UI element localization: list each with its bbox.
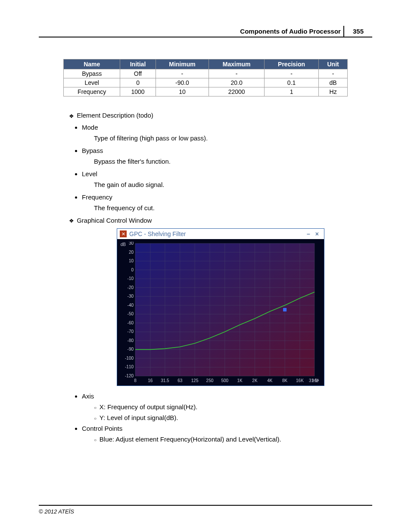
svg-text:0: 0 (131, 268, 134, 272)
svg-text:-50: -50 (128, 311, 134, 316)
svg-text:31.5: 31.5 (161, 378, 169, 383)
svg-text:16K: 16K (296, 378, 304, 383)
table-cell: Off (120, 69, 156, 78)
svg-text:-70: -70 (128, 329, 134, 334)
svg-text:8: 8 (134, 378, 137, 383)
table-cell: 0 (120, 78, 156, 87)
table-header: Name (64, 59, 120, 69)
table-cell: Level (64, 78, 120, 87)
table-cell: 10 (156, 87, 209, 96)
section-title: Element Description (todo) (77, 112, 153, 119)
svg-text:4K: 4K (267, 378, 273, 383)
svg-rect-62 (283, 308, 286, 311)
app-icon: ✕ (120, 230, 127, 237)
svg-text:dB: dB (121, 242, 126, 247)
section-element-description: ❖ Element Description (todo) (69, 112, 372, 119)
axis-item: X: Frequency of output signal(Hz). (94, 403, 372, 411)
svg-text:10: 10 (129, 258, 134, 263)
gpc-window: ✕ GPC - Shelving Filter – × 3020100-10-2… (117, 228, 324, 386)
item-name: Mode (82, 124, 98, 131)
table-header: Initial (120, 59, 156, 69)
svg-text:125: 125 (191, 378, 199, 383)
svg-text:500: 500 (221, 378, 228, 383)
section-graphical-control: ❖ Graphical Control Window (69, 217, 372, 224)
table-header: Precision (265, 59, 319, 69)
minimize-button[interactable]: – (304, 230, 313, 237)
table-cell: 1000 (120, 87, 156, 96)
desc-item: FrequencyThe frequency of cut. (82, 193, 372, 212)
desc-item: BypassBypass the filter's function. (82, 147, 372, 165)
svg-text:20: 20 (129, 250, 134, 255)
table-cell: 20.0 (209, 78, 265, 87)
svg-text:-80: -80 (128, 338, 134, 343)
axis-item: Y: Level of input signal(dB). (94, 414, 372, 421)
svg-text:250: 250 (206, 378, 214, 383)
svg-text:-60: -60 (128, 320, 134, 325)
item-name: Level (82, 170, 97, 177)
svg-text:-40: -40 (128, 303, 134, 308)
parameter-table: NameInitialMinimumMaximumPrecisionUnit B… (63, 59, 348, 96)
desc-item: LevelThe gain of audio signal. (82, 170, 372, 188)
table-cell: 0.1 (265, 78, 319, 87)
table-cell: Hz (319, 87, 348, 96)
gpc-titlebar: ✕ GPC - Shelving Filter – × (117, 229, 324, 239)
svg-text:30: 30 (129, 242, 134, 246)
table-cell: - (265, 69, 319, 78)
footer-copyright: © 2012 ATEÏS (39, 505, 372, 515)
svg-text:-30: -30 (128, 294, 134, 299)
item-desc: The frequency of cut. (94, 204, 372, 212)
svg-text:Hz: Hz (313, 378, 318, 383)
svg-text:2K: 2K (252, 378, 258, 383)
item-name: Frequency (82, 193, 112, 201)
table-cell: 1 (265, 87, 319, 96)
svg-text:16: 16 (148, 378, 153, 383)
svg-text:63: 63 (177, 378, 183, 383)
gpc-chart[interactable]: 3020100-10-20-30-40-50-60-70-80-90-100-1… (117, 239, 324, 386)
item-name: Bypass (82, 147, 103, 154)
section-title: Graphical Control Window (77, 217, 152, 224)
control-point-item: Blue: Adjust element Frequency(Horizonta… (94, 436, 372, 443)
desc-item: ModeType of filtering (high pass or low … (82, 124, 372, 142)
table-row: Level0-90.020.00.1dB (64, 78, 348, 87)
window-title: GPC - Shelving Filter (129, 230, 186, 237)
diamond-bullet-icon: ❖ (69, 113, 74, 119)
diamond-bullet-icon: ❖ (69, 218, 74, 224)
item-desc: The gain of audio signal. (94, 181, 372, 188)
close-button[interactable]: × (313, 230, 321, 237)
svg-text:-120: -120 (125, 373, 134, 378)
svg-text:1K: 1K (237, 378, 243, 383)
table-cell: - (209, 69, 265, 78)
svg-text:8K: 8K (282, 378, 288, 383)
table-cell: - (156, 69, 209, 78)
header-title: Components of Audio Processor (237, 26, 343, 37)
svg-text:-110: -110 (125, 365, 134, 370)
item-desc: Bypass the filter's function. (94, 158, 372, 165)
table-header: Unit (319, 59, 348, 69)
svg-text:-20: -20 (128, 285, 134, 290)
table-cell: dB (319, 78, 348, 87)
table-header: Minimum (156, 59, 209, 69)
table-cell: - (319, 69, 348, 78)
table-cell: Frequency (64, 87, 120, 96)
table-cell: 22000 (209, 87, 265, 96)
page-header: Components of Audio Processor 355 (39, 26, 372, 37)
table-cell: -90.0 (156, 78, 209, 87)
svg-text:-10: -10 (128, 276, 134, 281)
table-row: BypassOff---- (64, 69, 348, 78)
header-page-number: 355 (343, 26, 372, 37)
table-header: Maximum (209, 59, 265, 69)
table-row: Frequency100010220001Hz (64, 87, 348, 96)
axis-heading: Axis X: Frequency of output signal(Hz).Y… (82, 392, 372, 421)
svg-text:-100: -100 (125, 356, 134, 361)
control-points-heading: Control Points Blue: Adjust element Freq… (82, 425, 372, 443)
svg-text:-90: -90 (128, 347, 134, 352)
item-desc: Type of filtering (high pass or low pass… (94, 134, 372, 142)
table-cell: Bypass (64, 69, 120, 78)
